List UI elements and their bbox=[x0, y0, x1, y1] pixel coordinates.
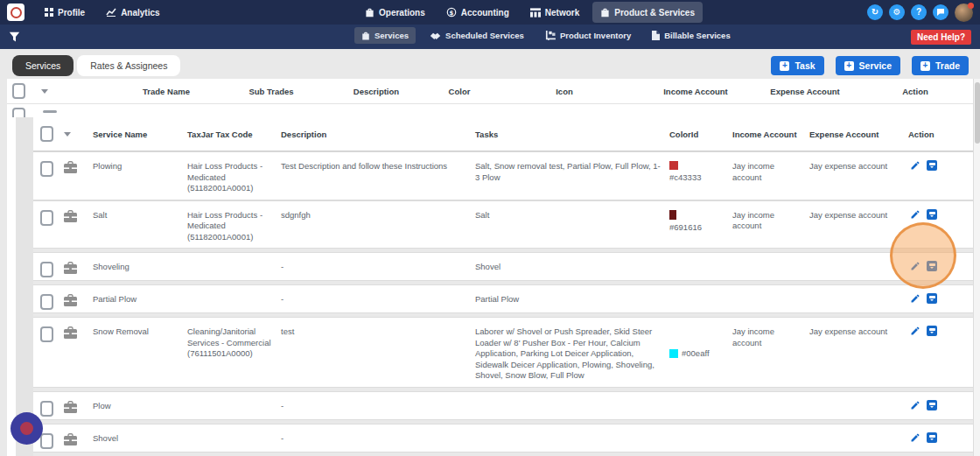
col-trade-name: Trade Name bbox=[114, 87, 219, 96]
edit-pencil-icon[interactable] bbox=[910, 400, 920, 419]
add-task-label: Task bbox=[794, 60, 815, 71]
plus-icon: + bbox=[780, 61, 789, 71]
add-task-button[interactable]: + Task bbox=[771, 56, 823, 75]
recording-dot-icon bbox=[20, 422, 33, 435]
row-checkbox[interactable] bbox=[40, 161, 53, 177]
col-action: Action bbox=[908, 130, 973, 139]
row-checkbox[interactable] bbox=[40, 326, 53, 342]
add-trade-button[interactable]: + Trade bbox=[912, 56, 969, 75]
row-action-dropdown-icon[interactable] bbox=[927, 160, 937, 171]
need-help-button[interactable]: Need Help? bbox=[911, 30, 971, 45]
add-trade-label: Trade bbox=[935, 60, 960, 71]
nav-profile[interactable]: Profile bbox=[37, 2, 93, 23]
nav-accounting-label: Accounting bbox=[461, 8, 509, 18]
expense-account bbox=[809, 424, 908, 452]
services-table-header: Service Name TaxJar Tax Code Description… bbox=[33, 117, 973, 151]
row-action-dropdown-icon[interactable] bbox=[927, 209, 937, 220]
row-checkbox[interactable] bbox=[40, 262, 53, 277]
taxjar-code: Cleaning/Janitorial Services - Commercia… bbox=[187, 318, 281, 387]
sub-nav-bar: Services Scheduled Services Product Inve… bbox=[0, 25, 980, 49]
svg-text:$: $ bbox=[449, 10, 453, 17]
briefcase-icon bbox=[63, 262, 78, 275]
description: - bbox=[281, 285, 475, 312]
add-service-label: Service bbox=[859, 60, 892, 71]
grid-icon bbox=[45, 8, 53, 17]
subnav-services[interactable]: Services bbox=[354, 27, 416, 44]
tasks bbox=[475, 424, 669, 452]
briefcase-icon bbox=[600, 8, 610, 18]
description: test bbox=[281, 318, 475, 387]
vertical-scrollbar[interactable] bbox=[973, 79, 980, 456]
select-all-trades-checkbox[interactable] bbox=[12, 83, 25, 99]
add-service-button[interactable]: + Service bbox=[836, 56, 900, 75]
row-action-dropdown-icon[interactable] bbox=[927, 326, 937, 336]
row-checkbox[interactable] bbox=[40, 401, 53, 417]
nav-product-services[interactable]: Product & Services bbox=[592, 2, 703, 23]
trade-row-checkbox[interactable] bbox=[12, 108, 25, 117]
row-checkbox[interactable] bbox=[40, 433, 53, 449]
edit-pencil-icon[interactable] bbox=[910, 326, 920, 387]
color-id: #691616 bbox=[669, 201, 732, 249]
edit-pencil-icon[interactable] bbox=[910, 160, 920, 200]
edit-pencil-icon[interactable] bbox=[910, 432, 920, 452]
nav-operations-label: Operations bbox=[379, 8, 425, 18]
plus-icon: + bbox=[844, 61, 854, 71]
scrollbar-thumb[interactable] bbox=[975, 82, 980, 144]
trades-table-header: Trade Name Sub Trades Description Color … bbox=[7, 79, 973, 104]
row-action-dropdown-icon[interactable] bbox=[927, 400, 937, 410]
col-color: Color bbox=[429, 87, 490, 96]
subnav-product-inventory[interactable]: Product Inventory bbox=[538, 27, 638, 44]
briefcase-icon bbox=[63, 161, 78, 174]
row-action-dropdown-icon[interactable] bbox=[927, 432, 937, 443]
handshake-icon bbox=[430, 32, 441, 40]
table-row: Plow - bbox=[33, 391, 973, 420]
edit-pencil-icon[interactable] bbox=[910, 293, 920, 312]
subnav-billable-services[interactable]: Billable Services bbox=[645, 27, 738, 44]
subnav-scheduled-services[interactable]: Scheduled Services bbox=[423, 27, 531, 44]
row-checkbox[interactable] bbox=[40, 294, 53, 310]
nav-analytics[interactable]: Analytics bbox=[98, 2, 167, 23]
tab-rates-assignees[interactable]: Rates & Assignees bbox=[77, 55, 180, 76]
select-all-services-checkbox[interactable] bbox=[40, 126, 53, 142]
nav-analytics-label: Analytics bbox=[121, 8, 159, 18]
color-swatch bbox=[669, 349, 678, 358]
row-checkbox[interactable] bbox=[40, 210, 53, 226]
notification-dot bbox=[968, 3, 974, 9]
help-icon[interactable]: ? bbox=[911, 4, 927, 20]
gear-icon[interactable]: ⚙ bbox=[889, 4, 905, 20]
collapse-indicator-icon[interactable] bbox=[43, 110, 57, 113]
col-expense-account: Expense Account bbox=[809, 130, 908, 139]
tab-services[interactable]: Services bbox=[12, 55, 74, 76]
description: - bbox=[281, 392, 475, 419]
table-row: Snow Removal Cleaning/Janitorial Service… bbox=[33, 317, 973, 388]
taxjar-code: Hair Loss Products - Medicated (51182001… bbox=[187, 201, 281, 249]
subnav-product-inventory-label: Product Inventory bbox=[560, 31, 631, 40]
service-name: Shovel bbox=[93, 424, 187, 452]
table-row: Plowing Hair Loss Products - Medicated (… bbox=[33, 151, 973, 200]
chevron-down-icon[interactable] bbox=[64, 132, 71, 137]
history-icon[interactable]: ↻ bbox=[867, 4, 883, 20]
service-name: Plow bbox=[93, 392, 187, 419]
taxjar-code bbox=[187, 285, 281, 312]
app-logo[interactable] bbox=[7, 4, 24, 21]
income-account bbox=[732, 392, 809, 419]
col-expense-account: Expense Account bbox=[752, 87, 858, 96]
nav-network[interactable]: Network bbox=[522, 2, 587, 23]
chevron-down-icon[interactable] bbox=[41, 89, 48, 94]
color-swatch bbox=[669, 161, 678, 170]
nav-operations[interactable]: Operations bbox=[357, 2, 433, 23]
col-description: Description bbox=[281, 130, 475, 139]
income-account: Jay income account bbox=[732, 318, 809, 387]
row-action-dropdown-icon[interactable] bbox=[927, 293, 937, 304]
description: Test Description and follow these Instru… bbox=[281, 152, 475, 200]
briefcase-icon bbox=[365, 8, 374, 18]
service-name: Partial Plow bbox=[93, 285, 187, 312]
nav-accounting[interactable]: $ Accounting bbox=[438, 2, 517, 23]
taxjar-code: Hair Loss Products - Medicated (51182001… bbox=[187, 152, 281, 200]
col-icon: Icon bbox=[490, 87, 639, 96]
chat-icon[interactable] bbox=[933, 4, 948, 20]
filter-icon[interactable] bbox=[9, 32, 20, 43]
table-row: Partial Plow - Partial Plow bbox=[33, 284, 973, 313]
service-name: Snow Removal bbox=[93, 318, 187, 387]
user-avatar[interactable] bbox=[955, 4, 973, 22]
